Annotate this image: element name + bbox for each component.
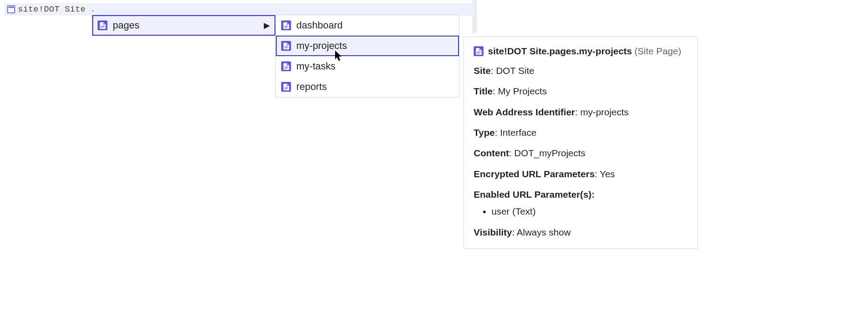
- detail-header: site!DOT Site.pages.my-projects (Site Pa…: [474, 46, 688, 57]
- menu-item-label: my-projects: [296, 40, 347, 52]
- menu-item-dashboard[interactable]: dashboard: [276, 15, 459, 36]
- site-chip-text: site!DOT Site: [18, 4, 86, 14]
- autocomplete-menu-level-2: dashboard my-projects my-tasks reports: [275, 15, 459, 98]
- menu-item-pages[interactable]: pages ▶: [92, 15, 275, 36]
- detail-type-row: Type: Interface: [474, 126, 688, 139]
- menu-item-label: dashboard: [296, 20, 343, 31]
- autocomplete-menu-level-1: pages ▶: [92, 15, 276, 36]
- dot-operator: .: [90, 4, 95, 14]
- file-icon: [281, 82, 291, 92]
- menu-item-my-tasks[interactable]: my-tasks: [276, 56, 459, 77]
- menu-item-label: reports: [296, 81, 327, 93]
- menu-item-reports[interactable]: reports: [276, 77, 459, 97]
- detail-site: Site: DOT Site: [474, 65, 688, 77]
- detail-visibility: Visibility: Always show: [474, 226, 688, 239]
- enabled-param-item: user (Text): [491, 205, 688, 218]
- menu-item-my-projects[interactable]: my-projects: [276, 36, 459, 56]
- detail-type: (Site Page): [635, 46, 681, 56]
- detail-wai: Web Address Identifier: my-projects: [474, 106, 688, 118]
- site-icon: [7, 5, 15, 13]
- detail-title: site!DOT Site.pages.my-projects: [488, 46, 632, 56]
- expression-bar[interactable]: site!DOT Site .: [4, 3, 474, 16]
- detail-panel: site!DOT Site.pages.my-projects (Site Pa…: [463, 37, 698, 249]
- detail-content: Content: DOT_myProjects: [474, 147, 688, 159]
- menu-item-label: my-tasks: [296, 61, 336, 72]
- file-icon: [281, 61, 291, 71]
- file-icon: [98, 20, 107, 30]
- file-icon: [281, 41, 291, 51]
- chevron-right-icon: ▶: [264, 20, 270, 30]
- detail-encrypted: Encrypted URL Parameters: Yes: [474, 168, 688, 180]
- menu-item-label: pages: [113, 20, 139, 31]
- file-icon: [474, 46, 483, 56]
- detail-enabled-params: Enabled URL Parameter(s): user (Text): [474, 188, 688, 218]
- file-icon: [281, 20, 291, 30]
- site-chip[interactable]: site!DOT Site: [5, 4, 88, 15]
- detail-title-row: Title: My Projects: [474, 85, 688, 98]
- enabled-params-list: user (Text): [491, 205, 688, 218]
